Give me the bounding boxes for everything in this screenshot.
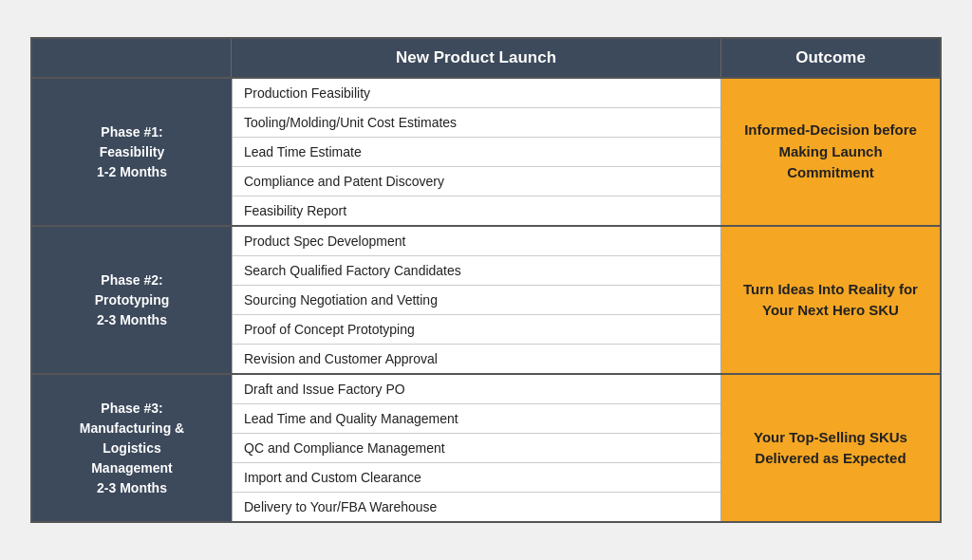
- phase-section-1: Phase #1: Feasibility 1-2 MonthsProducti…: [32, 77, 940, 225]
- phase-outcome-2: Turn Ideas Into Reality for Your Next He…: [721, 227, 940, 373]
- phase-items-col-3: Draft and Issue Factory POLead Time and …: [232, 375, 721, 521]
- phase-3-item-4: Import and Custom Clearance: [233, 463, 720, 493]
- phase-section-2: Phase #2: Prototyping 2-3 MonthsProduct …: [32, 225, 940, 373]
- phase-1-item-3: Lead Time Estimate: [233, 138, 720, 167]
- phase-2-item-4: Proof of Concept Prototyping: [233, 315, 720, 345]
- phase-outcome-3: Your Top-Selling SKUs Delivered as Expec…: [721, 375, 940, 521]
- phase-1-item-2: Tooling/Molding/Unit Cost Estimates: [233, 108, 720, 138]
- phase-1-item-5: Feasibility Report: [233, 196, 720, 225]
- phase-section-3: Phase #3: Manufacturing & Logistics Mana…: [32, 373, 940, 521]
- phase-3-item-2: Lead Time and Quality Management: [233, 404, 720, 434]
- phase-outcome-1: Informed-Decision before Making Launch C…: [721, 79, 940, 225]
- phase-2-item-2: Search Qualified Factory Candidates: [233, 256, 720, 286]
- phase-3-item-5: Delivery to Your/FBA Warehouse: [233, 493, 720, 521]
- phase-1-item-4: Compliance and Patent Discovery: [233, 167, 720, 196]
- table-header: New Product Launch Outcome: [32, 39, 940, 77]
- header-outcome: Outcome: [721, 39, 940, 77]
- header-empty-cell: [32, 39, 232, 77]
- phase-label-2: Phase #2: Prototyping 2-3 Months: [32, 227, 232, 373]
- phase-label-3: Phase #3: Manufacturing & Logistics Mana…: [32, 375, 232, 521]
- header-new-product: New Product Launch: [232, 39, 721, 77]
- phase-2-item-3: Sourcing Negotiation and Vetting: [233, 286, 720, 315]
- main-table: New Product Launch Outcome Phase #1: Fea…: [30, 37, 942, 523]
- phase-2-item-1: Product Spec Development: [233, 227, 720, 256]
- phase-3-item-3: QC and Compliance Management: [233, 434, 720, 463]
- phase-label-1: Phase #1: Feasibility 1-2 Months: [32, 79, 232, 225]
- phase-1-item-1: Production Feasibility: [233, 79, 720, 108]
- phase-3-item-1: Draft and Issue Factory PO: [233, 375, 720, 404]
- phase-2-item-5: Revision and Customer Approval: [233, 345, 720, 373]
- phase-items-col-1: Production FeasibilityTooling/Molding/Un…: [232, 79, 721, 225]
- phase-items-col-2: Product Spec DevelopmentSearch Qualified…: [232, 227, 721, 373]
